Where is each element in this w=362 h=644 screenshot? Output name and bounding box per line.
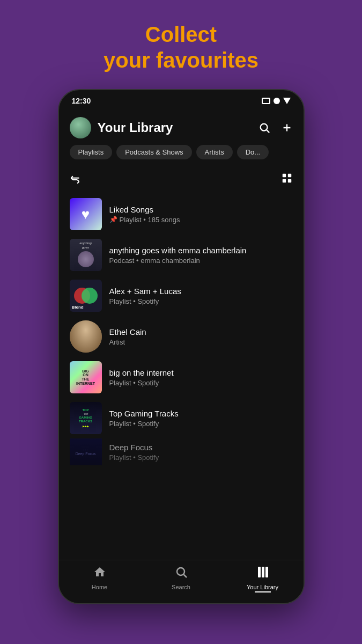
podcast-thumbnail: anythinggoes <box>70 239 102 271</box>
filter-podcasts[interactable]: Podcasts & Shows <box>116 145 191 159</box>
svg-line-7 <box>77 181 79 183</box>
list-item[interactable]: anythinggoes anything goes with emma cha… <box>59 235 304 275</box>
svg-rect-16 <box>258 567 261 577</box>
blend-circle-green <box>82 288 98 304</box>
heart-icon: ♥ <box>82 206 90 223</box>
svg-line-1 <box>267 130 269 133</box>
svg-point-0 <box>260 124 267 131</box>
library-list: ♥ Liked Songs 📌 Playlist • 185 songs any… <box>59 194 304 465</box>
search-nav-icon <box>175 566 188 582</box>
hero-line1: Collect <box>145 23 217 46</box>
status-bar: 12:30 <box>59 90 304 108</box>
filter-downloaded[interactable]: Do... <box>237 145 269 159</box>
svg-rect-11 <box>287 174 291 177</box>
gaming-info: Top Gaming Tracks Playlist • Spotify <box>109 409 293 428</box>
library-active-bar <box>255 591 271 592</box>
list-item[interactable]: Blend Alex + Sam + Lucas Playlist • Spot… <box>59 275 304 316</box>
list-item[interactable]: TOP★★GAMINGTRACKS ▶▶▶ Top Gaming Tracks … <box>59 398 304 438</box>
search-button[interactable] <box>258 122 270 134</box>
big-internet-info: big on the internet Playlist • Spotify <box>109 368 293 387</box>
item-meta: Podcast • emma chamberlain <box>109 257 293 265</box>
status-icons <box>262 98 291 104</box>
list-item[interactable]: ♥ Liked Songs 📌 Playlist • 185 songs <box>59 194 304 235</box>
deep-focus-info: Deep Focus Playlist • Spotify <box>109 443 293 462</box>
home-label: Home <box>92 584 107 590</box>
nav-library[interactable]: Your Library <box>247 566 279 592</box>
item-title: Liked Songs <box>109 205 293 214</box>
liked-songs-thumbnail: ♥ <box>70 198 102 230</box>
bottom-navigation: Home Search Your Library <box>59 560 304 603</box>
library-label: Your Library <box>247 584 278 590</box>
podcast-info: anything goes with emma chamberlain Podc… <box>109 246 293 265</box>
header-left: Your Library <box>70 117 173 138</box>
gaming-thumbnail: TOP★★GAMINGTRACKS ▶▶▶ <box>70 402 102 434</box>
svg-rect-17 <box>262 567 264 577</box>
home-icon <box>93 566 106 582</box>
item-title: Deep Focus <box>109 443 293 452</box>
item-meta: Playlist • Spotify <box>109 379 293 387</box>
list-item[interactable]: · · ·Deep Focus Deep Focus Playlist • Sp… <box>59 438 304 465</box>
status-time: 12:30 <box>72 97 91 105</box>
battery-icon <box>262 98 270 104</box>
filter-artists[interactable]: Artists <box>196 145 233 159</box>
blend-info: Alex + Sam + Lucas Playlist • Spotify <box>109 287 293 305</box>
deep-focus-thumbnail: · · ·Deep Focus <box>70 438 102 465</box>
search-label: Search <box>172 584 190 590</box>
svg-rect-12 <box>282 179 285 182</box>
header-actions <box>258 122 293 134</box>
item-title: anything goes with emma chamberlain <box>109 246 293 255</box>
hero-line2: your favourites <box>104 48 258 72</box>
filter-playlists[interactable]: Playlists <box>70 145 113 159</box>
item-title: Ethel Cain <box>109 327 293 336</box>
item-meta: Playlist • Spotify <box>109 420 293 428</box>
artist-thumbnail <box>70 320 102 353</box>
page-header: Your Library <box>59 108 304 145</box>
avatar-image <box>70 117 91 138</box>
big-internet-thumbnail: BIGONTHEINTERNET <box>70 361 102 393</box>
liked-songs-info: Liked Songs 📌 Playlist • 185 songs <box>109 205 293 224</box>
item-title: Top Gaming Tracks <box>109 409 293 418</box>
page-title: Your Library <box>98 120 173 135</box>
blend-label: Blend <box>72 305 84 310</box>
svg-rect-13 <box>287 179 291 182</box>
pin-icon: 📌 <box>109 216 117 223</box>
avatar[interactable] <box>70 117 91 138</box>
item-meta: Playlist • Spotify <box>109 297 293 305</box>
item-title: Alex + Sam + Lucas <box>109 287 293 296</box>
sort-bar <box>59 168 304 194</box>
grid-view-button[interactable] <box>281 172 293 187</box>
svg-rect-18 <box>265 567 268 577</box>
signal-circle-icon <box>274 98 280 104</box>
svg-rect-10 <box>282 174 285 177</box>
add-button[interactable] <box>281 122 293 134</box>
svg-point-14 <box>177 568 184 575</box>
item-title: big on the internet <box>109 368 293 377</box>
svg-line-15 <box>183 575 187 578</box>
item-meta: 📌 Playlist • 185 songs <box>109 216 293 224</box>
nav-home[interactable]: Home <box>84 566 116 592</box>
svg-line-8 <box>77 180 79 181</box>
item-meta: Artist <box>109 338 293 346</box>
blend-thumbnail: Blend <box>70 280 102 312</box>
sort-button[interactable] <box>70 174 80 185</box>
item-meta: Playlist • Spotify <box>109 453 293 462</box>
signal-triangle-icon <box>283 98 291 104</box>
hero-section: Collect your favourites <box>104 21 258 73</box>
artist-info: Ethel Cain Artist <box>109 327 293 346</box>
library-icon <box>256 566 269 582</box>
filter-tabs: Playlists Podcasts & Shows Artists Do... <box>59 145 304 168</box>
list-item[interactable]: Ethel Cain Artist <box>59 316 304 357</box>
list-item[interactable]: BIGONTHEINTERNET big on the internet Pla… <box>59 357 304 398</box>
phone-frame: 12:30 Your Library <box>58 89 305 604</box>
nav-search[interactable]: Search <box>165 566 197 592</box>
